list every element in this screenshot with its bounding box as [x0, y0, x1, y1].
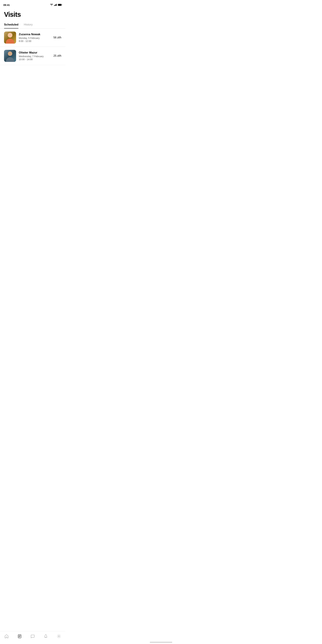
signal-icon — [54, 4, 57, 6]
visit-date: Monday, 5 February — [19, 37, 51, 40]
visit-list: Zuzanna Nowak Monday, 5 February 8:00 - … — [0, 28, 66, 65]
visit-name: Oliwier Mazur — [19, 51, 51, 54]
svg-rect-1 — [55, 5, 55, 6]
avatar-oliwier — [4, 50, 16, 62]
visit-name: Zuzanna Nowak — [19, 33, 51, 36]
visit-info-oliwier: Oliwier Mazur Wednesday, 7 February 10:0… — [16, 51, 54, 61]
visit-time: 8:00 - 12:00 — [19, 40, 51, 42]
visit-item[interactable]: Oliwier Mazur Wednesday, 7 February 10:0… — [0, 47, 66, 65]
visit-price: 56 zł/h — [54, 36, 62, 39]
svg-rect-6 — [58, 4, 61, 6]
svg-rect-5 — [62, 4, 62, 5]
status-time: 09:41 — [3, 4, 10, 6]
wifi-icon — [50, 4, 53, 6]
tabs: Scheduled History — [0, 20, 66, 28]
tab-scheduled[interactable]: Scheduled — [4, 23, 18, 28]
visit-price: 25 zł/h — [54, 54, 62, 57]
svg-rect-3 — [56, 4, 57, 6]
visit-info-zuzanna: Zuzanna Nowak Monday, 5 February 8:00 - … — [16, 33, 54, 42]
avatar-zuzanna — [4, 32, 16, 44]
visit-time: 10:00 - 14:00 — [19, 58, 51, 61]
svg-rect-0 — [54, 5, 54, 6]
visit-date: Wednesday, 7 February — [19, 55, 51, 58]
visit-item[interactable]: Zuzanna Nowak Monday, 5 February 8:00 - … — [0, 28, 66, 47]
status-icons — [50, 4, 62, 6]
battery-icon — [58, 4, 62, 6]
status-bar: 09:41 — [0, 0, 66, 8]
svg-rect-2 — [56, 4, 56, 6]
page-title: Visits — [0, 8, 66, 18]
tab-history[interactable]: History — [24, 23, 33, 28]
